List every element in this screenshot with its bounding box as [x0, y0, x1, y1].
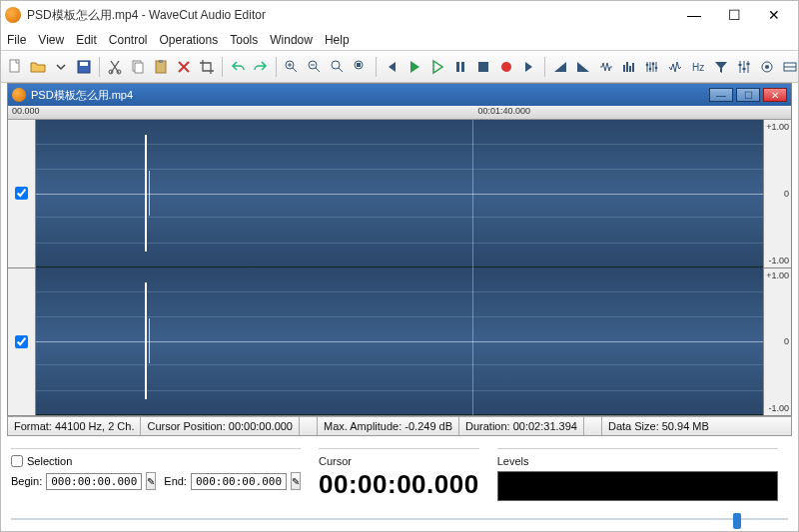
save-icon[interactable]	[74, 57, 94, 77]
maximize-button[interactable]: ☐	[714, 3, 754, 27]
menu-help[interactable]: Help	[325, 33, 350, 47]
ruler-tick: 00:01:40.000	[477, 106, 530, 116]
channel-left-checkbox[interactable]	[15, 187, 28, 200]
channel-left	[36, 120, 763, 267]
normalize-icon[interactable]	[619, 57, 639, 77]
scale-label: +1.00	[766, 122, 789, 132]
filter-icon[interactable]	[711, 57, 731, 77]
effect2-icon[interactable]	[780, 57, 798, 77]
amplify-icon[interactable]	[596, 57, 616, 77]
cursor-panel: Cursor 00:00:00.000	[319, 448, 479, 500]
new-file-icon[interactable]	[5, 57, 25, 77]
selection-begin-label: Begin:	[11, 475, 42, 487]
menu-edit[interactable]: Edit	[76, 33, 97, 47]
doc-minimize-button[interactable]: —	[709, 88, 733, 102]
cursor-value: 00:00:00.000	[319, 469, 479, 500]
document-window: PSD模板怎么用.mp4 — ☐ ✕ 00.000 00:01:40.000	[7, 83, 792, 416]
channel-right-checkbox[interactable]	[15, 335, 28, 348]
time-ruler[interactable]: 00.000 00:01:40.000	[8, 106, 791, 120]
svg-text:Hz: Hz	[692, 62, 704, 73]
svg-point-27	[765, 65, 769, 69]
status-datasize: Data Size: 50.94 MB	[602, 417, 715, 435]
cursor-label: Cursor	[319, 455, 479, 467]
close-button[interactable]: ✕	[754, 3, 794, 27]
selection-begin-picker[interactable]: ✎	[146, 472, 156, 490]
selection-end-picker[interactable]: ✎	[291, 472, 301, 490]
menu-control[interactable]: Control	[109, 33, 148, 47]
spectrum-icon[interactable]	[665, 57, 685, 77]
play-icon[interactable]	[404, 57, 424, 77]
selection-end-label: End:	[164, 475, 187, 487]
svg-rect-2	[80, 62, 88, 66]
svg-rect-8	[159, 60, 163, 63]
mixer-icon[interactable]	[734, 57, 754, 77]
status-bar: Format: 44100 Hz, 2 Ch. Cursor Position:…	[7, 416, 792, 436]
menu-view[interactable]: View	[38, 33, 64, 47]
menu-file[interactable]: File	[7, 33, 26, 47]
status-maxamp: Max. Amplitude: -0.249 dB	[318, 417, 459, 435]
selection-label: Selection	[27, 455, 72, 467]
menu-operations[interactable]: Operations	[160, 33, 219, 47]
svg-rect-13	[357, 63, 361, 67]
zoom-selection-icon[interactable]	[351, 57, 371, 77]
svg-rect-0	[10, 60, 19, 72]
open-file-icon[interactable]	[28, 57, 48, 77]
zoom-slider[interactable]	[11, 513, 788, 525]
amplitude-scale: +1.000-1.00 +1.000-1.00	[763, 120, 791, 415]
pitch-icon[interactable]: Hz	[688, 57, 708, 77]
scale-label: +1.00	[766, 270, 789, 280]
scale-label: 0	[766, 336, 789, 346]
svg-rect-16	[478, 62, 488, 72]
document-icon	[12, 88, 26, 102]
pause-icon[interactable]	[450, 57, 470, 77]
toolbar: Hz ?	[1, 51, 798, 83]
equalizer-icon[interactable]	[642, 57, 662, 77]
undo-icon[interactable]	[228, 57, 248, 77]
paste-icon[interactable]	[151, 57, 171, 77]
playhead-cursor[interactable]	[472, 120, 473, 415]
copy-icon[interactable]	[128, 57, 148, 77]
svg-point-18	[646, 63, 649, 66]
document-title: PSD模板怎么用.mp4	[31, 88, 709, 103]
status-format: Format: 44100 Hz, 2 Ch.	[8, 417, 141, 435]
bottom-panels: Selection Begin: 000:00:00.000 ✎ End: 00…	[1, 440, 798, 505]
cut-icon[interactable]	[105, 57, 125, 77]
selection-checkbox[interactable]	[11, 455, 23, 467]
doc-maximize-button[interactable]: ☐	[736, 88, 760, 102]
effect1-icon[interactable]	[757, 57, 777, 77]
play-loop-icon[interactable]	[427, 57, 447, 77]
channel-checkboxes	[8, 120, 36, 415]
zoom-slider-thumb[interactable]	[733, 513, 741, 529]
menu-window[interactable]: Window	[270, 33, 313, 47]
skip-start-icon[interactable]	[382, 57, 401, 77]
svg-rect-14	[456, 62, 459, 72]
svg-point-17	[501, 62, 511, 72]
record-icon[interactable]	[496, 57, 516, 77]
ruler-tick: 00.000	[12, 106, 40, 116]
waveform-canvas[interactable]	[36, 120, 763, 415]
fade-in-icon[interactable]	[550, 57, 570, 77]
skip-end-icon[interactable]	[519, 57, 539, 77]
doc-close-button[interactable]: ✕	[763, 88, 787, 102]
document-titlebar: PSD模板怎么用.mp4 — ☐ ✕	[8, 84, 791, 106]
open-dropdown-icon[interactable]	[51, 57, 71, 77]
scale-label: 0	[766, 189, 789, 199]
stop-icon[interactable]	[473, 57, 493, 77]
waveform-area: +1.000-1.00 +1.000-1.00	[8, 120, 791, 415]
redo-icon[interactable]	[251, 57, 271, 77]
status-duration: Duration: 00:02:31.394	[459, 417, 584, 435]
fade-out-icon[interactable]	[573, 57, 593, 77]
menu-tools[interactable]: Tools	[230, 33, 258, 47]
channel-right	[36, 267, 763, 415]
scale-label: -1.00	[766, 403, 789, 413]
zoom-out-icon[interactable]	[305, 57, 325, 77]
zoom-fit-icon[interactable]	[328, 57, 348, 77]
selection-begin-field[interactable]: 000:00:00.000	[46, 473, 142, 490]
zoom-in-icon[interactable]	[282, 57, 302, 77]
delete-icon[interactable]	[174, 57, 194, 77]
selection-end-field[interactable]: 000:00:00.000	[191, 473, 287, 490]
crop-icon[interactable]	[197, 57, 217, 77]
minimize-button[interactable]: —	[674, 3, 714, 27]
svg-point-19	[649, 67, 652, 70]
window-title: PSD模板怎么用.mp4 - WaveCut Audio Editor	[27, 7, 674, 24]
